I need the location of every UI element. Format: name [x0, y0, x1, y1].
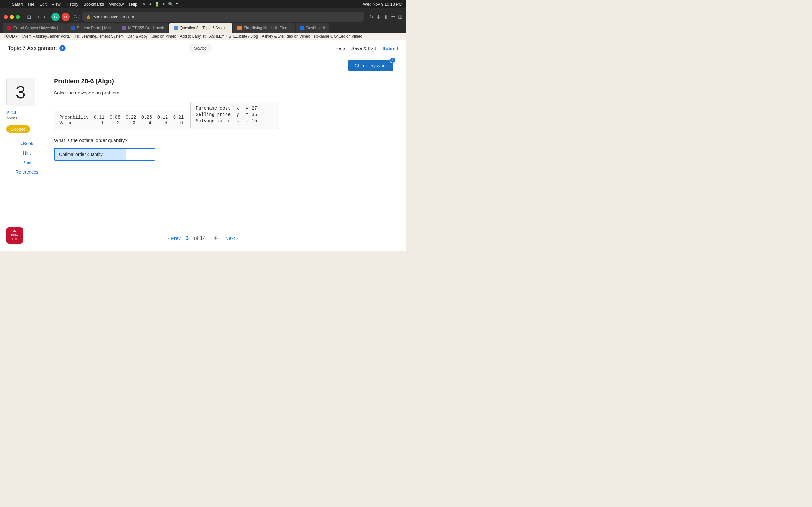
file-menu[interactable]: File — [28, 2, 34, 7]
new-tab-button[interactable]: + — [391, 13, 395, 20]
app-title-area: Topic 7 Assignment i — [8, 45, 66, 52]
reload-button[interactable]: ↻ — [369, 14, 373, 20]
window-menu[interactable]: Window — [109, 2, 124, 7]
tab-simplify[interactable]: Simplifying Materials Plan... — [233, 23, 295, 33]
next-button[interactable]: Next › — [225, 235, 238, 241]
saved-badge: Saved — [189, 44, 212, 52]
header-actions: Help Save & Exit Submit — [335, 46, 398, 51]
prob-val-3: 0.26 — [136, 115, 152, 120]
check-work-badge: 1 — [390, 57, 396, 63]
tab-portal[interactable]: Student Portal | Main — [66, 23, 117, 33]
references-link[interactable]: References — [6, 168, 48, 176]
val-1: 2 — [104, 120, 119, 125]
probability-label: Probability — [59, 115, 89, 120]
salvage-eq: = — [242, 118, 252, 124]
check-work-button[interactable]: Check my work 1 — [348, 60, 393, 71]
grammarly-extension[interactable]: G — [51, 13, 60, 21]
traffic-lights — [4, 15, 20, 19]
val-3: 4 — [136, 120, 151, 125]
cost-table: Purchase cost c = 27 Selling price p = 3… — [190, 102, 279, 129]
tab-q3[interactable]: Question 3 – Topic 7 Assig... — [169, 23, 232, 33]
input-row: Optimal order quantity — [54, 148, 155, 161]
val-4: 5 — [151, 120, 167, 125]
tab-label-portal: Student Portal | Main — [77, 26, 113, 30]
tab-gcu[interactable]: Grand Canyon University |... — [3, 23, 66, 33]
main-content: Problem 20-6 (Algo) Solve the newsperson… — [54, 78, 400, 223]
prev-chevron: ‹ — [168, 236, 170, 241]
optimal-order-input[interactable] — [126, 149, 155, 160]
sidebar-links: eBook Hint Print References — [6, 139, 48, 176]
bluetooth-icon: ✦ — [148, 2, 152, 7]
probability-table-inner: Probability 0.11 0.08 0.22 0.26 0.12 0.2… — [54, 111, 189, 130]
points-value: 2.14 — [6, 110, 48, 116]
safari-menu[interactable]: Safari — [12, 2, 22, 7]
tab-label-simplify: Simplifying Materials Plan... — [244, 26, 290, 30]
info-icon[interactable]: i — [59, 45, 66, 51]
current-page: 3 — [186, 235, 189, 241]
save-exit-button[interactable]: Save & Exit — [351, 46, 376, 51]
minimize-window-button[interactable] — [10, 15, 14, 19]
mac-menubar:  Safari File Edit View History Bookmark… — [0, 0, 406, 8]
prob-val-5: 0.21 — [168, 115, 184, 120]
ebook-link[interactable]: eBook — [6, 139, 48, 148]
points-label: points — [6, 116, 48, 120]
app-footer: Mc Graw Hill ‹ Prev 3 of 14 ⊞ Next › — [0, 230, 406, 246]
fullscreen-window-button[interactable] — [16, 15, 20, 19]
bookmarks-menu[interactable]: Bookmarks — [84, 2, 104, 7]
selling-price-var: p — [237, 112, 240, 117]
wifi-icon: ⚬ — [162, 2, 165, 7]
selling-price-value: 35 — [252, 112, 257, 117]
back-button[interactable]: ‹ — [36, 13, 41, 20]
readwise-extension[interactable]: R — [61, 13, 70, 21]
grid-view-button[interactable]: ⊞ — [211, 234, 220, 242]
forward-button[interactable]: › — [42, 13, 47, 20]
clock: Wed Nov 9 10:13 PM — [363, 2, 402, 7]
salvage-value-var: v — [237, 118, 240, 124]
value-row: Value 1 2 3 4 5 6 — [59, 120, 184, 125]
print-link[interactable]: Print — [6, 158, 48, 167]
tab-mgt[interactable]: MGT-655 Gradebook — [117, 23, 168, 33]
purchase-cost-label: Purchase cost — [196, 106, 237, 111]
bookmark-food[interactable]: FOOD ▾ — [4, 34, 18, 39]
share-button[interactable]: ⬆ — [384, 14, 388, 20]
edit-menu[interactable]: Edit — [39, 2, 46, 7]
input-label: Optimal order quantity — [55, 149, 126, 160]
app-container: Topic 7 Assignment i Saved Help Save & E… — [0, 40, 406, 250]
browser-chrome: ⊞ ‹ › G R 🛡 🔒 ezto.mheducation.com ↻ ⬇ ⬆… — [0, 8, 406, 33]
shield-extension[interactable]: 🛡 — [72, 13, 80, 21]
purchase-cost-row: Purchase cost c = 27 — [196, 106, 274, 111]
bookmark-ashley-vimeo[interactable]: Ashley & Ste...deo on Vimeo — [262, 34, 310, 39]
check-work-area: Check my work 1 — [0, 56, 406, 71]
view-menu[interactable]: View — [52, 2, 61, 7]
address-bar[interactable]: 🔒 ezto.mheducation.com — [83, 12, 364, 21]
bookmark-babylist[interactable]: Add to Babylist — [180, 34, 206, 39]
control-center-icon[interactable]: ≡ — [176, 2, 178, 7]
tab-favicon-dashboard — [300, 26, 305, 30]
bookmark-roxanne[interactable]: Roxanne & Gr...eo on Vimeo — [314, 34, 362, 39]
help-menu[interactable]: Help — [129, 2, 138, 7]
search-icon[interactable]: 🔍 — [168, 2, 173, 7]
logo-line2: Graw — [11, 233, 18, 237]
bookmarks-more-button[interactable]: » — [400, 34, 402, 39]
bookmark-dan-abby[interactable]: Dan & Abby |...deo on Vimeo — [128, 34, 176, 39]
tab-overview-button[interactable]: ⊞ — [398, 14, 402, 20]
val-2: 3 — [119, 120, 136, 125]
submit-button[interactable]: Submit — [382, 46, 398, 51]
bookmark-ashley-site[interactable]: ASHLEY + STE...bsite / Blog — [209, 34, 258, 39]
download-button[interactable]: ⬇ — [376, 14, 380, 20]
browser-actions: ↻ ⬇ ⬆ + ⊞ — [369, 13, 402, 20]
bookmark-ihi[interactable]: IHI: Learning...ement System — [74, 34, 124, 39]
bookmark-cvent[interactable]: Cvent Passkey...anner Portal — [21, 34, 71, 39]
help-link[interactable]: Help — [335, 46, 345, 51]
history-menu[interactable]: History — [66, 2, 78, 7]
tab-favicon-q3 — [173, 26, 178, 30]
salvage-value-label: Salvage value — [196, 118, 237, 124]
next-chevron: › — [236, 236, 238, 241]
sidebar-toggle-button[interactable]: ⊞ — [24, 13, 33, 20]
hint-link[interactable]: Hint — [6, 149, 48, 158]
question-number: 3 — [15, 82, 26, 102]
tab-dashboard[interactable]: Dashboard — [296, 23, 329, 33]
prev-button[interactable]: ‹ Prev — [168, 235, 181, 241]
close-window-button[interactable] — [4, 15, 8, 19]
prev-label: Prev — [171, 235, 181, 241]
